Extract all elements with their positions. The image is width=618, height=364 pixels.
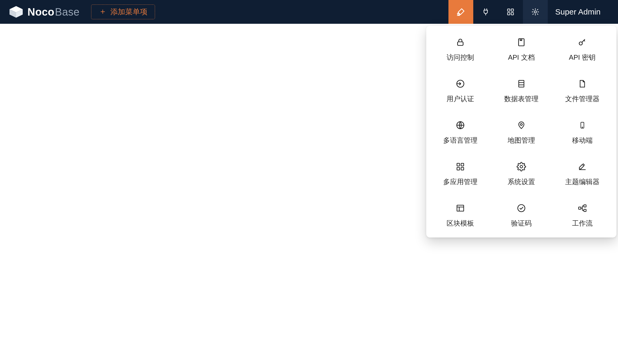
settings-item-label: 多语言管理	[443, 136, 477, 145]
settings-item-multi-app[interactable]: 多应用管理	[431, 158, 490, 188]
settings-item-system-settings[interactable]: 系统设置	[492, 158, 551, 188]
settings-item-label: 工作流	[572, 219, 593, 228]
settings-item-label: 系统设置	[508, 177, 535, 186]
check-circle-icon	[517, 203, 526, 213]
highlighter-icon	[456, 7, 466, 17]
svg-rect-17	[461, 167, 464, 170]
lock-icon	[456, 37, 465, 48]
settings-item-label: 区块模板	[447, 219, 474, 228]
paint-icon	[578, 161, 587, 172]
svg-point-18	[520, 165, 523, 168]
svg-point-20	[518, 205, 525, 212]
svg-rect-22	[584, 205, 586, 207]
logo-text-light: Base	[55, 6, 79, 18]
header-icon-group	[448, 0, 548, 24]
svg-point-13	[582, 127, 583, 128]
svg-point-4	[534, 11, 537, 13]
current-user-button[interactable]: Super Admin	[548, 7, 610, 16]
grid-icon	[507, 8, 514, 16]
current-user-label: Super Admin	[555, 7, 601, 16]
logo-mark-icon	[8, 6, 24, 18]
svg-point-11	[520, 123, 522, 125]
add-menu-item-button[interactable]: ＋ 添加菜单项	[91, 4, 155, 19]
svg-rect-21	[578, 207, 581, 209]
settings-item-label: 多应用管理	[443, 177, 477, 186]
svg-rect-14	[457, 163, 460, 166]
settings-item-label: API 密钥	[569, 53, 596, 62]
settings-item-i18n[interactable]: 多语言管理	[431, 116, 490, 147]
workflow-icon	[577, 203, 587, 213]
logo-text-strong: Noco	[27, 6, 54, 18]
settings-item-collections[interactable]: 数据表管理	[492, 75, 551, 105]
svg-rect-9	[519, 80, 524, 87]
table-icon	[517, 78, 526, 89]
plugin-manager-button[interactable]	[473, 0, 498, 24]
layout-icon	[456, 203, 465, 213]
settings-item-label: 验证码	[511, 219, 532, 228]
svg-rect-19	[457, 205, 464, 211]
svg-rect-2	[508, 13, 510, 15]
svg-rect-0	[508, 9, 510, 11]
apps-icon	[456, 161, 465, 172]
svg-rect-6	[518, 39, 524, 46]
settings-grid: 访问控制 API 文档 API 密钥	[431, 33, 612, 230]
login-icon	[456, 78, 465, 89]
svg-rect-1	[511, 9, 514, 11]
map-pin-icon	[517, 120, 526, 130]
logo-text: Noco Base	[27, 6, 79, 18]
book-icon	[517, 37, 526, 48]
gear-icon	[531, 8, 540, 16]
settings-item-api-docs[interactable]: API 文档	[492, 33, 551, 64]
settings-item-label: 文件管理器	[565, 94, 600, 104]
settings-item-auth[interactable]: 用户认证	[431, 75, 490, 105]
file-icon	[578, 78, 587, 89]
gear-icon	[517, 161, 526, 172]
settings-item-block-templates[interactable]: 区块模板	[431, 199, 490, 230]
logo[interactable]: Noco Base	[8, 6, 79, 18]
svg-rect-16	[457, 167, 460, 170]
svg-rect-23	[584, 209, 586, 212]
key-icon	[578, 37, 587, 48]
app-header: Noco Base ＋ 添加菜单项	[0, 0, 618, 24]
settings-item-label: 访问控制	[447, 53, 474, 62]
svg-rect-15	[461, 163, 464, 166]
settings-item-theme-editor[interactable]: 主题编辑器	[553, 158, 612, 188]
settings-item-mobile[interactable]: 移动端	[553, 116, 612, 147]
globe-icon	[456, 120, 465, 130]
plus-icon: ＋	[99, 7, 107, 15]
settings-item-label: 主题编辑器	[565, 177, 600, 186]
settings-item-label: 地图管理	[508, 136, 535, 145]
settings-item-verification-code[interactable]: 验证码	[492, 199, 551, 230]
design-mode-button[interactable]	[448, 0, 473, 24]
settings-item-api-keys[interactable]: API 密钥	[553, 33, 612, 64]
settings-item-access-control[interactable]: 访问控制	[431, 33, 490, 64]
settings-item-label: 数据表管理	[504, 94, 539, 104]
settings-item-label: 用户认证	[447, 94, 474, 104]
mobile-icon	[579, 120, 586, 130]
settings-item-map[interactable]: 地图管理	[492, 116, 551, 147]
apps-button[interactable]	[498, 0, 523, 24]
settings-panel: 访问控制 API 文档 API 密钥	[426, 26, 616, 237]
settings-item-label: 移动端	[572, 136, 593, 145]
settings-item-file-manager[interactable]: 文件管理器	[553, 75, 612, 105]
add-menu-item-label: 添加菜单项	[110, 7, 147, 17]
svg-rect-5	[458, 42, 463, 46]
settings-item-workflow[interactable]: 工作流	[553, 199, 612, 230]
svg-rect-3	[511, 13, 514, 15]
plug-icon	[481, 8, 490, 16]
settings-item-label: API 文档	[508, 53, 535, 62]
settings-dropdown-button[interactable]	[523, 0, 548, 24]
